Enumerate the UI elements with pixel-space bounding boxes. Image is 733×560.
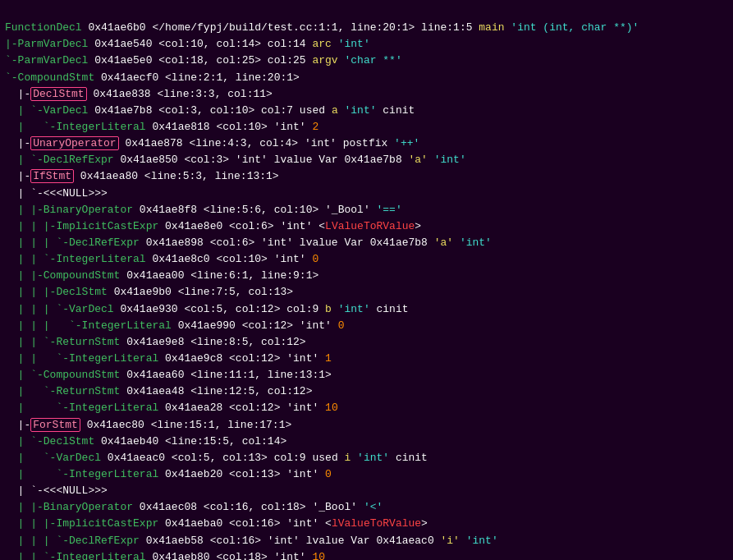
code-line: | | | `-IntegerLiteral 0x41ae990 <col:12… xyxy=(0,318,733,334)
code-token: 2 xyxy=(312,121,318,133)
code-token: 0 xyxy=(325,468,332,480)
code-token: 0 xyxy=(338,319,345,332)
code-token: | `-VarDecl xyxy=(5,452,101,464)
code-token: 10 xyxy=(312,551,325,560)
code-token: b xyxy=(325,303,332,315)
code-line: FunctionDecl 0x41ae6b0 </home/fypj/build… xyxy=(0,20,733,36)
code-token: > xyxy=(415,220,421,232)
code-token: | | `-IntegerLiteral xyxy=(5,253,146,265)
code-token: | | |-DeclStmt xyxy=(5,286,108,298)
code-token: | | `-IntegerLiteral xyxy=(5,551,146,560)
code-token: | `-CompoundStmt xyxy=(5,369,120,381)
code-token: argv xyxy=(312,54,337,67)
code-token: 0x41ae850 <col:3> 'int' lvalue Var 0x41a… xyxy=(114,154,409,166)
code-line: | `-CompoundStmt 0x41aea60 <line:11:1, l… xyxy=(0,367,733,383)
code-token: | |-CompoundStmt xyxy=(5,269,120,282)
code-token: | `-ReturnStmt xyxy=(5,385,120,397)
code-line: | `-<<<NULL>>> xyxy=(0,186,733,202)
code-line: | | `-IntegerLiteral 0x41ae8c0 <col:10> … xyxy=(0,251,733,268)
highlighted-node: DeclStmt xyxy=(30,87,86,101)
code-token: 0x41aea60 <line:11:1, line:13:1> xyxy=(120,369,331,381)
code-token: 'int' xyxy=(428,154,466,166)
code-token: 0x41ae838 <line:3:3, col:11> xyxy=(87,88,273,100)
code-token: | `-<<<NULL>>> xyxy=(5,484,108,497)
code-token: 0x41aeac0 <col:5, col:13> col:9 used xyxy=(101,452,344,464)
code-token: 0x41ae5e0 <col:18, col:25> col:25 xyxy=(88,54,312,67)
code-token: 0x41aec80 <line:15:1, line:17:1> xyxy=(80,419,291,431)
code-token: | | | `-IntegerLiteral xyxy=(5,319,172,332)
code-line: | | | `-DeclRefExpr 0x41aeb58 <col:16> '… xyxy=(0,533,733,549)
code-line: `-CompoundStmt 0x41aecf0 <line:2:1, line… xyxy=(0,70,733,86)
code-token: '++' xyxy=(394,137,419,149)
code-token: 10 xyxy=(325,402,338,414)
code-token: 0x41aeb58 <col:16> 'int' lvalue Var 0x41… xyxy=(140,535,441,547)
code-line: | `-IntegerLiteral 0x41ae818 <col:10> 'i… xyxy=(0,119,733,135)
code-token: arc xyxy=(312,38,331,50)
code-token: 0x41aecf0 <line:2:1, line:20:1> xyxy=(94,71,300,84)
code-token: 0x41aea80 <line:5:3, line:13:1> xyxy=(74,170,279,182)
code-token: 0x41ae990 <col:12> 'int' xyxy=(172,319,338,332)
code-token: cinit xyxy=(370,303,409,315)
code-token: | `-IntegerLiteral xyxy=(5,402,158,414)
code-token: 0x41ae6b0 </home/fypj/build/test.cc:1:1,… xyxy=(82,21,479,34)
code-token: | `-<<<NULL>>> xyxy=(5,187,108,200)
code-token: 'i' xyxy=(441,535,460,547)
code-token: 'char **' xyxy=(338,54,402,67)
code-token: lValueToRValue xyxy=(332,517,421,530)
code-line: | `-VarDecl 0x41ae7b8 <col:3, col:10> co… xyxy=(0,103,733,119)
code-line: | `-<<<NULL>>> xyxy=(0,483,733,499)
code-token: | | |-ImplicitCastExpr xyxy=(5,517,158,530)
code-token: 0x41ae8e0 <col:6> 'int' < xyxy=(158,220,325,232)
code-token: 0x41ae8f8 <line:5:6, col:10> '_Bool' xyxy=(133,204,376,216)
code-token: 0x41ae8c0 <col:10> 'int' xyxy=(146,253,313,265)
code-token: | | | `-DeclRefExpr xyxy=(5,236,140,249)
highlighted-node: UnaryOperator xyxy=(30,136,118,150)
code-line: | | |-ImplicitCastExpr 0x41aeba0 <col:16… xyxy=(0,516,733,532)
code-token: 0x41ae9b0 <line:7:5, col:13> xyxy=(108,286,293,298)
code-token: `-ParmVarDecl xyxy=(5,54,88,67)
code-token: main xyxy=(479,21,504,34)
code-token: 'a' xyxy=(408,154,427,166)
code-token: FunctionDecl xyxy=(5,21,82,34)
code-line: | | `-ReturnStmt 0x41ae9e8 <line:8:5, co… xyxy=(0,334,733,351)
code-token: > xyxy=(421,517,428,530)
code-token: 'int' xyxy=(332,38,370,50)
code-token: |- xyxy=(5,137,30,149)
code-token: 0x41aea28 <col:12> 'int' xyxy=(158,402,325,414)
code-token: | `-DeclRefExpr xyxy=(5,154,114,166)
code-token: | | `-ReturnStmt xyxy=(5,336,120,348)
code-line: |-ForStmt 0x41aec80 <line:15:1, line:17:… xyxy=(0,417,733,434)
code-token: | | | `-DeclRefExpr xyxy=(5,535,140,547)
code-viewer: FunctionDecl 0x41ae6b0 </home/fypj/build… xyxy=(0,0,733,560)
code-token: 0x41aeb80 <col:18> 'int' xyxy=(146,551,313,560)
code-line: |-UnaryOperator 0x41ae878 <line:4:3, col… xyxy=(0,135,733,152)
code-token: 0 xyxy=(312,253,318,265)
code-token: 'int' xyxy=(332,303,370,315)
code-token: 1 xyxy=(325,352,332,365)
code-token: cinit xyxy=(389,452,428,464)
code-token: | | | `-VarDecl xyxy=(5,303,114,315)
code-token: '<' xyxy=(364,501,383,513)
code-token: | `-IntegerLiteral xyxy=(5,468,158,480)
code-line: |-IfStmt 0x41aea80 <line:5:3, line:13:1> xyxy=(0,168,733,185)
code-token: 'int (int, char **)' xyxy=(505,21,639,34)
code-line: | | | `-VarDecl 0x41ae930 <col:5, col:12… xyxy=(0,301,733,318)
code-token: |- xyxy=(5,170,30,182)
code-line: | | |-ImplicitCastExpr 0x41ae8e0 <col:6>… xyxy=(0,218,733,235)
code-token: 0x41ae540 <col:10, col:14> col:14 xyxy=(88,38,312,50)
code-token: 'int' xyxy=(460,535,498,547)
code-token: 0x41aeb40 <line:15:5, col:14> xyxy=(94,435,286,448)
code-token: a xyxy=(332,104,338,117)
code-token: |- xyxy=(5,419,30,431)
code-token: 'int' xyxy=(453,236,492,249)
code-token: cinit xyxy=(377,104,415,117)
code-token: 0x41ae9c8 <col:12> 'int' xyxy=(158,352,325,365)
code-line: | `-ReturnStmt 0x41aea48 <line:12:5, col… xyxy=(0,383,733,400)
code-token: 0x41ae930 <col:5, col:12> col:9 xyxy=(114,303,325,315)
code-token: 'int' xyxy=(350,452,389,464)
code-line: | | |-DeclStmt 0x41ae9b0 <line:7:5, col:… xyxy=(0,284,733,301)
code-line: | | `-IntegerLiteral 0x41aeb80 <col:18> … xyxy=(0,549,733,560)
code-token: | |-BinaryOperator xyxy=(5,204,133,216)
code-token: `-CompoundStmt xyxy=(5,71,94,84)
code-token: 0x41aec08 <col:16, col:18> '_Bool' xyxy=(133,501,364,513)
